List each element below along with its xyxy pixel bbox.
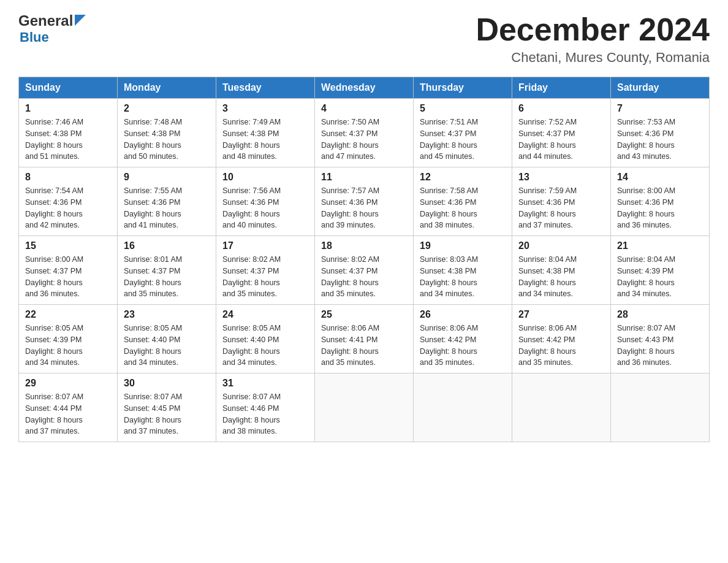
- calendar-subtitle: Chetani, Mures County, Romania: [476, 50, 710, 66]
- day-info: Sunrise: 8:07 AM Sunset: 4:45 PM Dayligh…: [124, 391, 210, 437]
- day-info: Sunrise: 8:05 AM Sunset: 4:40 PM Dayligh…: [222, 323, 308, 369]
- day-info: Sunrise: 8:01 AM Sunset: 4:37 PM Dayligh…: [124, 254, 210, 300]
- day-number: 5: [420, 103, 506, 114]
- day-number: 27: [518, 309, 604, 320]
- day-info: Sunrise: 8:07 AM Sunset: 4:46 PM Dayligh…: [222, 391, 308, 437]
- day-info: Sunrise: 8:06 AM Sunset: 4:42 PM Dayligh…: [518, 323, 604, 369]
- day-info: Sunrise: 8:04 AM Sunset: 4:39 PM Dayligh…: [617, 254, 703, 300]
- day-number: 28: [617, 309, 703, 320]
- day-number: 14: [617, 172, 703, 183]
- calendar-cell: 10 Sunrise: 7:56 AM Sunset: 4:36 PM Dayl…: [216, 167, 315, 236]
- calendar-cell: 18 Sunrise: 8:02 AM Sunset: 4:37 PM Dayl…: [315, 236, 414, 305]
- calendar-cell: 30 Sunrise: 8:07 AM Sunset: 4:45 PM Dayl…: [118, 373, 216, 442]
- day-number: 6: [518, 103, 604, 114]
- day-number: 30: [124, 378, 210, 389]
- day-info: Sunrise: 7:51 AM Sunset: 4:37 PM Dayligh…: [420, 117, 506, 163]
- day-number: 19: [420, 240, 506, 251]
- day-info: Sunrise: 8:07 AM Sunset: 4:44 PM Dayligh…: [25, 391, 111, 437]
- day-number: 26: [420, 309, 506, 320]
- col-wednesday: Wednesday: [315, 77, 414, 99]
- day-info: Sunrise: 7:53 AM Sunset: 4:36 PM Dayligh…: [617, 117, 703, 163]
- calendar-week-3: 15 Sunrise: 8:00 AM Sunset: 4:37 PM Dayl…: [19, 236, 710, 305]
- day-info: Sunrise: 7:54 AM Sunset: 4:36 PM Dayligh…: [25, 185, 111, 231]
- logo: General Blue: [18, 12, 86, 45]
- calendar-cell: 29 Sunrise: 8:07 AM Sunset: 4:44 PM Dayl…: [19, 373, 118, 442]
- day-number: 18: [321, 240, 407, 251]
- day-number: 7: [617, 103, 703, 114]
- calendar-cell: [512, 373, 611, 442]
- logo-blue-text: Blue: [20, 29, 49, 45]
- day-info: Sunrise: 8:00 AM Sunset: 4:36 PM Dayligh…: [617, 185, 703, 231]
- page-header: General Blue December 2024 Chetani, Mure…: [18, 12, 710, 66]
- day-number: 3: [222, 103, 308, 114]
- calendar-week-5: 29 Sunrise: 8:07 AM Sunset: 4:44 PM Dayl…: [19, 373, 710, 442]
- calendar-cell: 5 Sunrise: 7:51 AM Sunset: 4:37 PM Dayli…: [414, 99, 512, 167]
- calendar-header-row: Sunday Monday Tuesday Wednesday Thursday…: [19, 77, 710, 99]
- calendar-cell: 2 Sunrise: 7:48 AM Sunset: 4:38 PM Dayli…: [118, 99, 216, 167]
- calendar-cell: 23 Sunrise: 8:05 AM Sunset: 4:40 PM Dayl…: [118, 305, 216, 373]
- col-thursday: Thursday: [414, 77, 512, 99]
- day-number: 25: [321, 309, 407, 320]
- calendar-title: December 2024: [476, 12, 710, 47]
- calendar-cell: 17 Sunrise: 8:02 AM Sunset: 4:37 PM Dayl…: [216, 236, 315, 305]
- day-number: 29: [25, 378, 111, 389]
- col-tuesday: Tuesday: [216, 77, 315, 99]
- calendar-cell: 27 Sunrise: 8:06 AM Sunset: 4:42 PM Dayl…: [512, 305, 611, 373]
- calendar-cell: 14 Sunrise: 8:00 AM Sunset: 4:36 PM Dayl…: [611, 167, 710, 236]
- calendar-cell: 20 Sunrise: 8:04 AM Sunset: 4:38 PM Dayl…: [512, 236, 611, 305]
- day-number: 21: [617, 240, 703, 251]
- day-info: Sunrise: 7:52 AM Sunset: 4:37 PM Dayligh…: [518, 117, 604, 163]
- day-info: Sunrise: 7:59 AM Sunset: 4:36 PM Dayligh…: [518, 185, 604, 231]
- day-number: 8: [25, 172, 111, 183]
- day-number: 1: [25, 103, 111, 114]
- day-info: Sunrise: 8:06 AM Sunset: 4:42 PM Dayligh…: [420, 323, 506, 369]
- calendar-cell: 13 Sunrise: 7:59 AM Sunset: 4:36 PM Dayl…: [512, 167, 611, 236]
- calendar-cell: 31 Sunrise: 8:07 AM Sunset: 4:46 PM Dayl…: [216, 373, 315, 442]
- day-info: Sunrise: 8:02 AM Sunset: 4:37 PM Dayligh…: [321, 254, 407, 300]
- day-info: Sunrise: 8:02 AM Sunset: 4:37 PM Dayligh…: [222, 254, 308, 300]
- day-number: 2: [124, 103, 210, 114]
- col-monday: Monday: [118, 77, 216, 99]
- calendar-cell: 12 Sunrise: 7:58 AM Sunset: 4:36 PM Dayl…: [414, 167, 512, 236]
- calendar-cell: 7 Sunrise: 7:53 AM Sunset: 4:36 PM Dayli…: [611, 99, 710, 167]
- day-number: 17: [222, 240, 308, 251]
- calendar-cell: 24 Sunrise: 8:05 AM Sunset: 4:40 PM Dayl…: [216, 305, 315, 373]
- calendar-cell: 8 Sunrise: 7:54 AM Sunset: 4:36 PM Dayli…: [19, 167, 118, 236]
- day-number: 11: [321, 172, 407, 183]
- calendar-cell: 11 Sunrise: 7:57 AM Sunset: 4:36 PM Dayl…: [315, 167, 414, 236]
- calendar-cell: 16 Sunrise: 8:01 AM Sunset: 4:37 PM Dayl…: [118, 236, 216, 305]
- day-number: 22: [25, 309, 111, 320]
- svg-marker-0: [75, 15, 86, 26]
- day-info: Sunrise: 8:00 AM Sunset: 4:37 PM Dayligh…: [25, 254, 111, 300]
- day-number: 10: [222, 172, 308, 183]
- day-number: 9: [124, 172, 210, 183]
- day-info: Sunrise: 8:03 AM Sunset: 4:38 PM Dayligh…: [420, 254, 506, 300]
- day-info: Sunrise: 7:58 AM Sunset: 4:36 PM Dayligh…: [420, 185, 506, 231]
- day-info: Sunrise: 8:04 AM Sunset: 4:38 PM Dayligh…: [518, 254, 604, 300]
- day-number: 12: [420, 172, 506, 183]
- day-info: Sunrise: 8:05 AM Sunset: 4:40 PM Dayligh…: [124, 323, 210, 369]
- day-info: Sunrise: 7:57 AM Sunset: 4:36 PM Dayligh…: [321, 185, 407, 231]
- day-info: Sunrise: 7:49 AM Sunset: 4:38 PM Dayligh…: [222, 117, 308, 163]
- calendar-cell: 9 Sunrise: 7:55 AM Sunset: 4:36 PM Dayli…: [118, 167, 216, 236]
- day-info: Sunrise: 8:06 AM Sunset: 4:41 PM Dayligh…: [321, 323, 407, 369]
- day-info: Sunrise: 7:55 AM Sunset: 4:36 PM Dayligh…: [124, 185, 210, 231]
- calendar-cell: [414, 373, 512, 442]
- calendar-cell: 25 Sunrise: 8:06 AM Sunset: 4:41 PM Dayl…: [315, 305, 414, 373]
- calendar-cell: 22 Sunrise: 8:05 AM Sunset: 4:39 PM Dayl…: [19, 305, 118, 373]
- day-number: 24: [222, 309, 308, 320]
- day-number: 15: [25, 240, 111, 251]
- calendar-cell: 26 Sunrise: 8:06 AM Sunset: 4:42 PM Dayl…: [414, 305, 512, 373]
- logo-arrow-icon: [75, 15, 86, 28]
- day-info: Sunrise: 7:50 AM Sunset: 4:37 PM Dayligh…: [321, 117, 407, 163]
- calendar-cell: 21 Sunrise: 8:04 AM Sunset: 4:39 PM Dayl…: [611, 236, 710, 305]
- calendar-cell: [611, 373, 710, 442]
- calendar-week-2: 8 Sunrise: 7:54 AM Sunset: 4:36 PM Dayli…: [19, 167, 710, 236]
- col-saturday: Saturday: [611, 77, 710, 99]
- day-info: Sunrise: 8:05 AM Sunset: 4:39 PM Dayligh…: [25, 323, 111, 369]
- calendar-week-1: 1 Sunrise: 7:46 AM Sunset: 4:38 PM Dayli…: [19, 99, 710, 167]
- calendar-cell: 15 Sunrise: 8:00 AM Sunset: 4:37 PM Dayl…: [19, 236, 118, 305]
- col-sunday: Sunday: [19, 77, 118, 99]
- day-number: 20: [518, 240, 604, 251]
- calendar-week-4: 22 Sunrise: 8:05 AM Sunset: 4:39 PM Dayl…: [19, 305, 710, 373]
